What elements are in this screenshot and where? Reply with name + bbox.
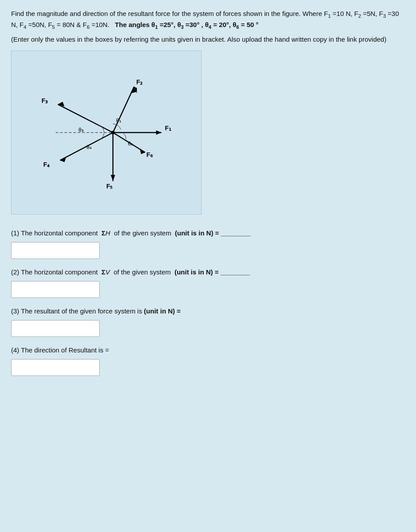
- f2-label: F₂: [136, 78, 143, 86]
- svg-marker-11: [111, 175, 115, 181]
- answer-4-input[interactable]: [11, 359, 100, 376]
- question-4-block: (4) The direction of Resultant is =: [11, 345, 405, 376]
- diagram-svg: F₁ F₂ F₃ F₄ F₅ F₆ θ₁ θ₃ θ₄ θ₆: [12, 51, 201, 214]
- theta6-label: θ₆: [128, 141, 133, 147]
- answer-2-input[interactable]: [11, 281, 100, 298]
- f5-label: F₅: [106, 183, 113, 190]
- problem-line1: Find the magnitude and direction of the …: [11, 9, 405, 31]
- f1-label: F₁: [165, 125, 171, 132]
- svg-line-3: [113, 87, 134, 133]
- answer-1-input[interactable]: [11, 242, 100, 259]
- question-3-label: (3) The resultant of the given force sys…: [11, 306, 405, 317]
- question-4-label: (4) The direction of Resultant is =: [11, 345, 405, 356]
- question-1-label: (1) The horizontal component ΣH of the g…: [11, 228, 405, 239]
- theta3-label: θ₃: [78, 127, 84, 133]
- f4-label: F₄: [43, 161, 50, 168]
- question-1-block: (1) The horizontal component ΣH of the g…: [11, 228, 405, 259]
- svg-point-14: [111, 131, 115, 134]
- f3-label: F₃: [42, 98, 48, 105]
- question-2-label: (2) The horizontal component ΣV of the g…: [11, 267, 405, 278]
- theta4-label: θ₄: [86, 144, 92, 150]
- question-2-block: (2) The horizontal component ΣV of the g…: [11, 267, 405, 298]
- questions-section: (1) The horizontal component ΣH of the g…: [11, 228, 405, 376]
- force-diagram: F₁ F₂ F₃ F₄ F₅ F₆ θ₁ θ₃ θ₄ θ₆: [11, 51, 202, 215]
- theta1-label: θ₁: [116, 117, 121, 124]
- answer-3-input[interactable]: [11, 320, 100, 337]
- question-3-block: (3) The resultant of the given force sys…: [11, 306, 405, 337]
- svg-marker-2: [156, 130, 161, 135]
- problem-instruction: (Enter only the values in the boxes by r…: [11, 35, 405, 45]
- problem-text: Find the magnitude and direction of the …: [11, 9, 405, 44]
- svg-line-6: [58, 105, 113, 133]
- f6-label: F₆: [147, 151, 153, 158]
